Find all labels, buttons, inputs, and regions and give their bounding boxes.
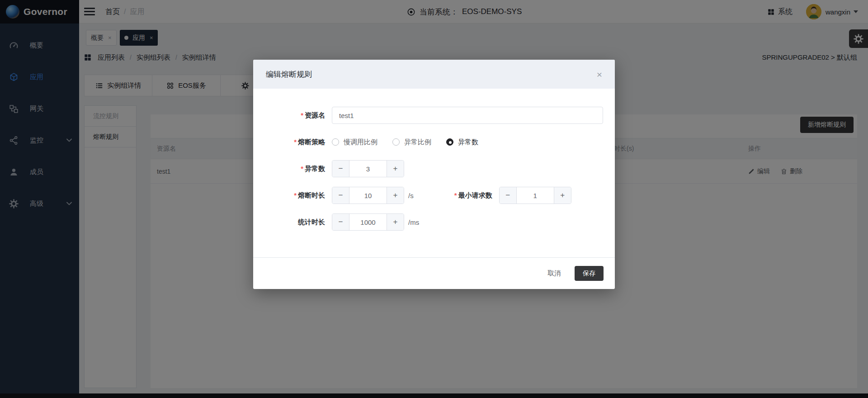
radio-label: 慢调用比例 xyxy=(344,138,377,147)
decrement-button[interactable]: − xyxy=(332,161,349,177)
increment-button[interactable]: + xyxy=(387,214,404,230)
stat-duration-unit: /ms xyxy=(408,218,419,226)
strategy-row: *熔断策略 慢调用比例 异常比例 异常数 xyxy=(267,133,604,151)
stat-duration-row: 统计时长 − 1000 + /ms xyxy=(267,213,604,231)
required-marker: * xyxy=(301,165,303,172)
stepper-value[interactable]: 1000 xyxy=(349,214,387,230)
resource-input[interactable] xyxy=(332,107,603,124)
radio-icon xyxy=(332,138,339,146)
modal-footer: 取消 保存 xyxy=(253,257,615,289)
edit-rule-modal: 编辑熔断规则 × *资源名 *熔断策略 慢调用比例 异常比例 异常数 xyxy=(253,60,615,289)
resource-label: *资源名 xyxy=(267,111,325,120)
duration-label: *熔断时长 xyxy=(267,191,325,200)
increment-button[interactable]: + xyxy=(554,187,571,204)
min-requests-label: *最小请求数 xyxy=(440,191,492,200)
required-marker: * xyxy=(294,191,297,199)
min-requests-stepper: − 1 + xyxy=(499,187,571,204)
decrement-button[interactable]: − xyxy=(332,187,349,204)
stepper-value[interactable]: 1 xyxy=(517,187,554,204)
decrement-button[interactable]: − xyxy=(500,187,517,204)
increment-button[interactable]: + xyxy=(387,161,404,177)
radio-icon xyxy=(392,138,400,146)
radio-exception-count[interactable]: 异常数 xyxy=(446,138,478,147)
radio-slow-call-ratio[interactable]: 慢调用比例 xyxy=(332,138,377,147)
exception-count-row: *异常数 − 3 + xyxy=(267,160,604,177)
stepper-value[interactable]: 3 xyxy=(349,161,387,177)
exception-count-label: *异常数 xyxy=(267,165,325,173)
strategy-label: *熔断策略 xyxy=(267,138,325,147)
radio-label: 异常数 xyxy=(458,138,478,147)
required-marker: * xyxy=(454,191,457,199)
modal-title: 编辑熔断规则 xyxy=(266,69,312,80)
increment-button[interactable]: + xyxy=(387,187,404,204)
decrement-button[interactable]: − xyxy=(332,214,349,230)
duration-stepper: − 10 + xyxy=(332,187,404,204)
cancel-button[interactable]: 取消 xyxy=(547,269,561,278)
required-marker: * xyxy=(294,138,297,146)
modal-header: 编辑熔断规则 × xyxy=(253,60,615,89)
radio-icon xyxy=(446,138,453,146)
close-icon[interactable]: × xyxy=(597,70,602,79)
radio-exception-ratio[interactable]: 异常比例 xyxy=(392,138,431,147)
radio-label: 异常比例 xyxy=(404,138,431,147)
exception-count-stepper: − 3 + xyxy=(332,160,404,177)
resource-row: *资源名 xyxy=(267,107,604,124)
required-marker: * xyxy=(301,111,303,119)
stat-duration-stepper: − 1000 + xyxy=(332,213,404,231)
save-button[interactable]: 保存 xyxy=(575,266,604,281)
modal-body: *资源名 *熔断策略 慢调用比例 异常比例 异常数 *异常数 xyxy=(253,89,615,257)
duration-unit: /s xyxy=(408,192,414,199)
stepper-value[interactable]: 10 xyxy=(349,187,387,204)
stat-duration-label: 统计时长 xyxy=(267,218,325,227)
duration-row: *熔断时长 − 10 + /s *最小请求数 − 1 + xyxy=(267,187,604,204)
